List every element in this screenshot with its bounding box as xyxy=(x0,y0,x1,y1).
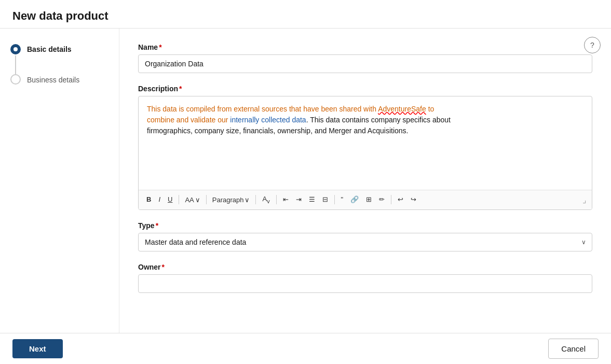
rte-toolbar: B I U AA ∨ Paragraph ∨ Av xyxy=(139,190,592,209)
rte-fontsize-button[interactable]: AA ∨ xyxy=(183,195,202,205)
rte-italic-button[interactable]: I xyxy=(156,194,163,205)
desc-orange-2: to xyxy=(426,105,435,113)
next-button[interactable]: Next xyxy=(12,339,63,358)
step-list: Basic details Business details xyxy=(10,44,108,85)
name-required-star: * xyxy=(159,43,161,51)
owner-required-star: * xyxy=(162,263,165,271)
rte-media-button[interactable]: ⊞ xyxy=(363,194,374,205)
step-business-details[interactable]: Business details xyxy=(10,74,108,85)
rte-container: This data is compiled from external sour… xyxy=(138,96,592,210)
cancel-button[interactable]: Cancel xyxy=(548,339,599,359)
step-basic-details[interactable]: Basic details xyxy=(10,44,108,74)
rte-sep-4 xyxy=(276,195,277,204)
paragraph-chevron-icon: ∨ xyxy=(245,196,250,204)
page-title: New data product xyxy=(12,9,599,23)
step-circle-1 xyxy=(10,44,21,54)
rte-link-button[interactable]: 🔗 xyxy=(348,194,361,205)
rte-blockquote-button[interactable]: " xyxy=(338,194,346,205)
rte-numberedlist-button[interactable]: ⊟ xyxy=(320,194,331,205)
rte-outdent-button[interactable]: ⇤ xyxy=(280,194,291,205)
rte-sep-5 xyxy=(334,195,335,204)
owner-field-group: Owner* xyxy=(138,263,592,293)
type-field-group: Type* Master data and reference data Ana… xyxy=(138,221,592,251)
rte-underline-button[interactable]: U xyxy=(165,194,175,205)
type-required-star: * xyxy=(156,221,158,230)
description-label: Description* xyxy=(138,85,592,93)
name-label: Name* xyxy=(138,43,592,51)
rte-sep-3 xyxy=(255,195,256,204)
desc-orange-1: This data is compiled from external sour… xyxy=(147,105,378,113)
sidebar: Basic details Business details xyxy=(0,29,119,361)
description-field-group: Description* This data is compiled from … xyxy=(138,85,592,210)
main-layout: Basic details Business details ? Name* xyxy=(0,29,611,361)
rte-undo-button[interactable]: ↩ xyxy=(395,194,406,205)
rte-sep-2 xyxy=(206,195,207,204)
description-text-3: firmographics, company size, financials,… xyxy=(147,125,583,136)
desc-orange-3: combine and validate our xyxy=(147,116,230,124)
rte-draw-button[interactable]: ✏ xyxy=(376,194,387,205)
step-label-business-details: Business details xyxy=(27,75,79,84)
rte-indent-button[interactable]: ⇥ xyxy=(293,194,304,205)
page-header: New data product xyxy=(0,0,611,29)
form-area: ? Name* Description* This data is compil… xyxy=(119,29,611,361)
desc-blue-1: internally collected data xyxy=(230,116,306,124)
step-line-1 xyxy=(15,55,16,74)
rte-resize-handle[interactable]: ⌟ xyxy=(582,195,587,205)
rte-clearformat-button[interactable]: Av xyxy=(260,193,272,206)
owner-label: Owner* xyxy=(138,263,592,271)
desc-normal-1: . This data contains company specifics a… xyxy=(306,116,451,124)
desc-normal-2: firmographics, company size, financials,… xyxy=(147,127,408,135)
rte-sep-6 xyxy=(391,195,391,204)
description-text-2: combine and validate our internally coll… xyxy=(147,115,583,125)
type-select[interactable]: Master data and reference data Analytica… xyxy=(138,233,592,251)
step-circle-2 xyxy=(10,74,21,85)
owner-input[interactable] xyxy=(138,274,592,293)
type-label: Type* xyxy=(138,221,592,230)
name-field-group: Name* xyxy=(138,43,592,73)
fontsize-chevron-icon: ∨ xyxy=(195,196,200,204)
rte-paragraph-button[interactable]: Paragraph ∨ xyxy=(210,195,252,205)
footer: Next Cancel xyxy=(0,333,611,361)
description-editor[interactable]: This data is compiled from external sour… xyxy=(139,96,592,190)
step-connector-2 xyxy=(10,74,21,85)
step-connector-1 xyxy=(10,44,21,74)
description-required-star: * xyxy=(179,85,182,93)
step-label-basic-details: Basic details xyxy=(27,44,72,53)
rte-sep-1 xyxy=(179,195,179,204)
help-button[interactable]: ? xyxy=(584,37,601,53)
desc-adventure-safe: AdventureSafe xyxy=(378,105,426,113)
rte-redo-button[interactable]: ↪ xyxy=(408,194,419,205)
description-text: This data is compiled from external sour… xyxy=(147,104,583,115)
type-select-wrapper: Master data and reference data Analytica… xyxy=(138,233,592,251)
help-icon: ? xyxy=(590,41,594,49)
name-input[interactable] xyxy=(138,54,592,73)
rte-bulletlist-button[interactable]: ☰ xyxy=(306,194,318,205)
rte-bold-button[interactable]: B xyxy=(144,194,154,205)
